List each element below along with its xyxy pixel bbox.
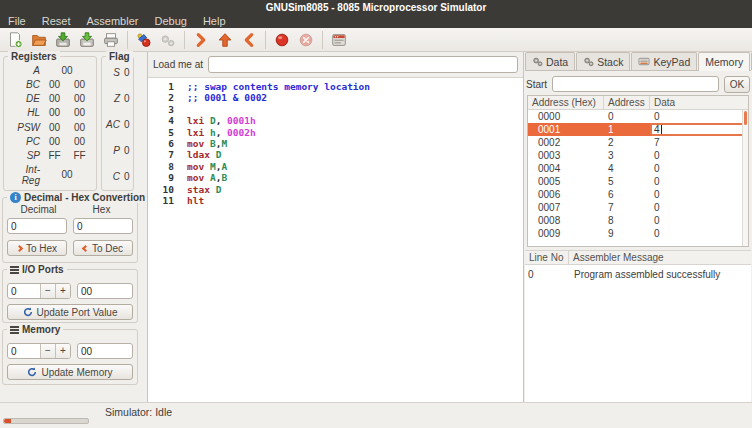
- code-line: 4lxi D, 0001h: [148, 115, 523, 126]
- toolbar-separator: [184, 31, 185, 49]
- code-editor[interactable]: 1;; swap contents memory location2;; 000…: [148, 78, 523, 402]
- save-as-button[interactable]: [76, 29, 98, 51]
- memory-table-scrollbar[interactable]: [742, 110, 748, 246]
- menu-file[interactable]: File: [8, 15, 26, 28]
- register-values: 0000: [42, 79, 92, 90]
- column-address-hex[interactable]: Address (Hex): [528, 96, 604, 109]
- tab-stack[interactable]: Stack: [576, 52, 630, 70]
- table-row[interactable]: 000770: [528, 201, 748, 214]
- config-button[interactable]: [157, 29, 179, 51]
- line-text: ldax D: [174, 149, 221, 160]
- table-row[interactable]: 000990: [528, 227, 748, 240]
- code-token: ;; 0001 & 0002: [187, 92, 267, 103]
- menu-reset[interactable]: Reset: [42, 15, 71, 28]
- menu-help[interactable]: Help: [203, 15, 226, 28]
- code-line: 6mov B,M: [148, 138, 523, 149]
- memory-address-value[interactable]: 0: [8, 344, 40, 358]
- to-dec-button[interactable]: To Dec: [73, 240, 133, 256]
- register-row: SPFFFF: [8, 150, 92, 161]
- table-row[interactable]: 000880: [528, 214, 748, 227]
- assemble-button[interactable]: [133, 29, 155, 51]
- register-row: A00: [8, 65, 92, 76]
- tab-keypad[interactable]: KeyPad: [631, 52, 697, 70]
- edit-value: 4: [654, 124, 660, 135]
- column-assembler-message[interactable]: Assembler Message: [569, 251, 751, 264]
- line-text: hlt: [174, 195, 204, 206]
- list-icon: [10, 266, 19, 274]
- code-line: 5lxi h, 0002h: [148, 127, 523, 138]
- assembler-message-header: Line No Assembler Message: [525, 250, 751, 265]
- table-row[interactable]: 000227: [528, 136, 748, 149]
- flag-rows: S0Z0AC0P0C0: [105, 67, 130, 182]
- table-row[interactable]: 000000: [528, 110, 748, 123]
- start-label: Start: [526, 79, 547, 90]
- table-row[interactable]: 000660: [528, 188, 748, 201]
- register-name: PSW: [8, 122, 42, 133]
- code-token: lxi: [187, 115, 204, 126]
- update-memory-button[interactable]: Update Memory: [7, 364, 133, 380]
- ok-button[interactable]: OK: [724, 76, 750, 93]
- new-file-button[interactable]: [4, 29, 26, 51]
- memory-plus-button[interactable]: +: [55, 344, 70, 358]
- keypad-button[interactable]: [328, 29, 350, 51]
- code-token: 0002h: [227, 127, 256, 138]
- assembler-message-body: 0 Program assembled successfully: [525, 265, 751, 402]
- open-button[interactable]: [28, 29, 50, 51]
- code-token: lxi: [187, 127, 204, 138]
- register-values: 00: [42, 65, 92, 76]
- port-value-input[interactable]: [77, 283, 133, 299]
- line-number: 2: [148, 92, 174, 103]
- load-me-at-input[interactable]: [208, 56, 518, 73]
- menu-debug[interactable]: Debug: [154, 15, 186, 28]
- register-name: PC: [8, 136, 42, 147]
- step-back-button[interactable]: [238, 29, 260, 51]
- port-minus-button[interactable]: −: [40, 284, 55, 298]
- cell-address-hex: 0004: [528, 163, 604, 174]
- print-button[interactable]: [100, 29, 122, 51]
- code-token: D: [216, 184, 222, 195]
- cell-address: 4: [604, 163, 650, 174]
- register-value: 00: [42, 79, 67, 90]
- memory-minus-button[interactable]: −: [40, 344, 55, 358]
- column-line-no[interactable]: Line No: [525, 251, 569, 264]
- update-port-button[interactable]: Update Port Value: [7, 304, 133, 320]
- register-row: Int-Reg00: [8, 164, 92, 186]
- io-ports-frame: I/O Ports 0 − + Update Port Value: [2, 269, 138, 323]
- step-forward-button[interactable]: [190, 29, 212, 51]
- flag-frame: Flag S0Z0AC0P0C0: [101, 56, 134, 191]
- column-data[interactable]: Data: [650, 96, 748, 109]
- stop-button[interactable]: [295, 29, 317, 51]
- text-caret: [661, 125, 662, 134]
- column-address[interactable]: Address: [604, 96, 650, 109]
- run-button[interactable]: [214, 29, 236, 51]
- table-row[interactable]: 000114: [528, 123, 748, 136]
- tab-data[interactable]: Data: [525, 52, 575, 70]
- code-token: A: [221, 161, 227, 172]
- table-row[interactable]: 000330: [528, 149, 748, 162]
- assembler-message-row[interactable]: 0 Program assembled successfully: [525, 265, 751, 280]
- progress-fill: [4, 419, 11, 423]
- gears-icon: [159, 31, 177, 49]
- to-hex-button[interactable]: To Hex: [7, 240, 67, 256]
- hex-input[interactable]: [73, 218, 133, 234]
- decimal-input[interactable]: [7, 218, 67, 234]
- port-plus-button[interactable]: +: [55, 284, 70, 298]
- memory-address-stepper: 0 − +: [7, 343, 71, 359]
- register-value: 00: [42, 93, 67, 104]
- start-input[interactable]: [552, 76, 719, 92]
- table-row[interactable]: 000550: [528, 175, 748, 188]
- memory-value-input[interactable]: [77, 343, 133, 359]
- scrollbar-thumb[interactable]: [744, 111, 747, 125]
- record-button[interactable]: [271, 29, 293, 51]
- data-edit-input[interactable]: 4: [650, 123, 748, 136]
- menu-assembler[interactable]: Assembler: [86, 15, 138, 28]
- app-window: GNUSim8085 - 8085 Microprocessor Simulat…: [0, 0, 752, 428]
- line-text: stax D: [174, 184, 221, 195]
- port-number-value[interactable]: 0: [8, 284, 40, 298]
- tab-memory[interactable]: Memory: [698, 52, 750, 71]
- cell-data: 0: [650, 150, 748, 161]
- table-row[interactable]: 000440: [528, 162, 748, 175]
- register-value: 00: [42, 136, 67, 147]
- cell-data: 0: [650, 228, 748, 239]
- save-button[interactable]: [52, 29, 74, 51]
